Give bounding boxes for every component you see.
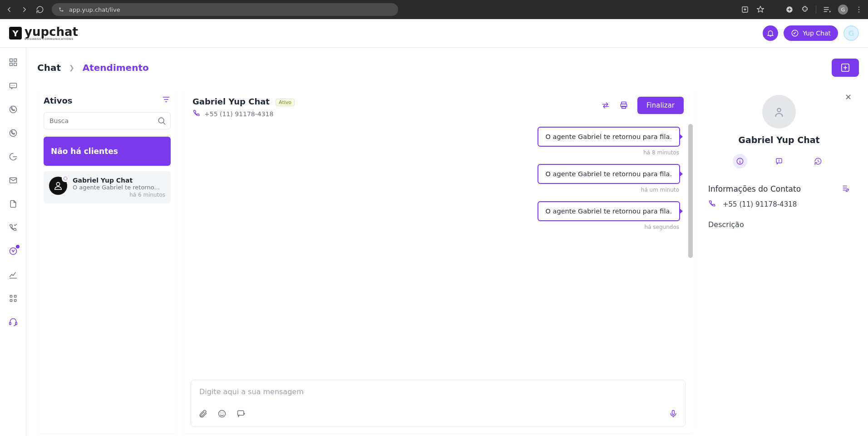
yup-chat-button[interactable]: Yup Chat — [784, 25, 838, 41]
finalize-button[interactable]: Finalizar — [637, 97, 684, 114]
svg-rect-18 — [14, 295, 16, 297]
svg-point-16 — [10, 248, 16, 255]
svg-point-26 — [64, 177, 67, 180]
call-check-icon[interactable] — [8, 222, 19, 233]
user-avatar[interactable]: G — [843, 25, 859, 41]
browser-url-bar[interactable]: app.yup.chat/live — [52, 3, 398, 16]
message-bubble: O agente Gabriel te retornou para fila. — [538, 201, 680, 221]
chat-item-preview: O agente Gabriel te retorno... — [73, 184, 165, 191]
print-icon[interactable] — [619, 101, 628, 110]
svg-rect-29 — [622, 106, 626, 109]
no-clients-banner: Não há clientes — [44, 137, 171, 166]
brand-logo[interactable]: Y yupchat BUSINESS COMMUNICATIONS — [9, 26, 78, 40]
svg-rect-34 — [672, 411, 675, 415]
conversation-contact-name: Gabriel Yup Chat — [192, 97, 270, 106]
email-icon[interactable] — [8, 175, 19, 186]
document-icon[interactable] — [8, 198, 19, 209]
messages-scroll[interactable]: O agente Gabriel te retornou para fila. … — [182, 124, 694, 377]
tab-notes[interactable] — [772, 154, 786, 168]
svg-point-5 — [858, 9, 859, 10]
browser-star-icon[interactable] — [756, 5, 765, 14]
whatsapp-badge-icon — [62, 175, 69, 182]
browser-forward-icon[interactable] — [20, 5, 29, 14]
svg-rect-17 — [10, 295, 12, 297]
browser-menu-icon[interactable] — [854, 5, 863, 14]
mic-icon[interactable] — [669, 409, 678, 420]
apps-icon[interactable] — [8, 293, 19, 304]
browser-url-text: app.yup.chat/live — [69, 6, 120, 13]
chat-list-item[interactable]: Gabriel Yup Chat O agente Gabriel te ret… — [44, 171, 171, 203]
browser-playlist-icon[interactable] — [823, 5, 832, 14]
svg-rect-20 — [14, 300, 16, 302]
tab-history[interactable] — [811, 154, 825, 168]
browser-back-icon[interactable] — [5, 5, 14, 14]
svg-point-32 — [223, 413, 224, 414]
browser-install-icon[interactable] — [740, 5, 750, 14]
dashboard-icon[interactable] — [8, 57, 19, 68]
message-input[interactable] — [198, 386, 678, 401]
svg-point-35 — [777, 109, 781, 112]
transfer-icon[interactable] — [601, 101, 610, 110]
filter-icon[interactable] — [162, 95, 171, 106]
contact-panel: ✕ Gabriel Yup Chat Informações do Contat… — [699, 88, 859, 433]
chat-item-name: Gabriel Yup Chat — [73, 177, 165, 184]
message-bubble: O agente Gabriel te retornou para fila. — [538, 127, 680, 147]
browser-chrome: app.yup.chat/live G — [0, 0, 868, 19]
edit-icon[interactable] — [842, 184, 850, 194]
svg-point-31 — [221, 413, 222, 414]
chat-item-avatar — [49, 177, 67, 195]
message-time: há 8 minutos — [643, 149, 679, 156]
browser-plus-icon[interactable] — [785, 5, 794, 14]
svg-point-4 — [858, 7, 859, 8]
brand-name: yupchat — [25, 26, 78, 38]
svg-point-25 — [56, 183, 59, 186]
chat-item-time: há 6 minutos — [73, 192, 165, 198]
contact-name: Gabriel Yup Chat — [708, 135, 850, 145]
chevron-right-icon: ❯ — [69, 64, 74, 71]
quick-reply-icon[interactable] — [237, 409, 246, 420]
tab-info[interactable] — [733, 154, 747, 168]
phone-icon — [708, 199, 716, 209]
breadcrumb-current: Atendimento — [83, 62, 149, 73]
description-title: Descrição — [708, 220, 850, 229]
finalize-label: Finalizar — [646, 101, 675, 109]
contact-avatar — [762, 95, 796, 129]
support-icon[interactable] — [8, 317, 19, 327]
attach-icon[interactable] — [198, 409, 207, 420]
sidebar-nav — [0, 48, 26, 436]
active-chats-panel: Ativos Não há clientes — [37, 88, 177, 433]
google-icon[interactable] — [8, 151, 19, 162]
live-chat-icon[interactable] — [8, 246, 19, 257]
svg-rect-19 — [10, 300, 12, 302]
sms-icon[interactable] — [8, 80, 19, 91]
new-chat-button[interactable] — [832, 59, 859, 77]
browser-reload-icon[interactable] — [35, 5, 44, 14]
search-icon[interactable] — [157, 116, 166, 127]
whatsapp-icon[interactable] — [8, 104, 19, 115]
svg-point-6 — [858, 11, 859, 12]
svg-rect-9 — [14, 59, 16, 62]
browser-profile-avatar[interactable]: G — [838, 5, 848, 15]
breadcrumb: Chat ❯ Atendimento — [37, 62, 149, 73]
conversation-panel: Gabriel Yup Chat Ativo +55 (11) 91178-43… — [182, 88, 694, 433]
breadcrumb-root[interactable]: Chat — [37, 62, 61, 73]
svg-point-30 — [219, 411, 226, 417]
phone-icon — [192, 109, 201, 119]
message-bubble: O agente Gabriel te retornou para fila. — [538, 164, 680, 184]
notifications-button[interactable] — [763, 25, 778, 41]
whatsapp2-icon[interactable] — [8, 128, 19, 139]
svg-rect-8 — [10, 59, 12, 62]
brand-subtitle: BUSINESS COMMUNICATIONS — [25, 38, 78, 40]
yup-chat-label: Yup Chat — [803, 30, 831, 37]
analytics-icon[interactable] — [8, 269, 19, 280]
scrollbar-thumb[interactable] — [688, 124, 693, 258]
status-badge: Ativo — [276, 99, 295, 106]
browser-extensions-icon[interactable] — [800, 5, 809, 14]
svg-point-24 — [158, 118, 164, 123]
search-input[interactable] — [44, 112, 171, 129]
active-chats-title: Ativos — [44, 96, 73, 105]
emoji-icon[interactable] — [217, 409, 227, 420]
close-icon[interactable]: ✕ — [845, 92, 852, 102]
svg-point-13 — [10, 106, 16, 113]
svg-point-14 — [10, 130, 16, 137]
